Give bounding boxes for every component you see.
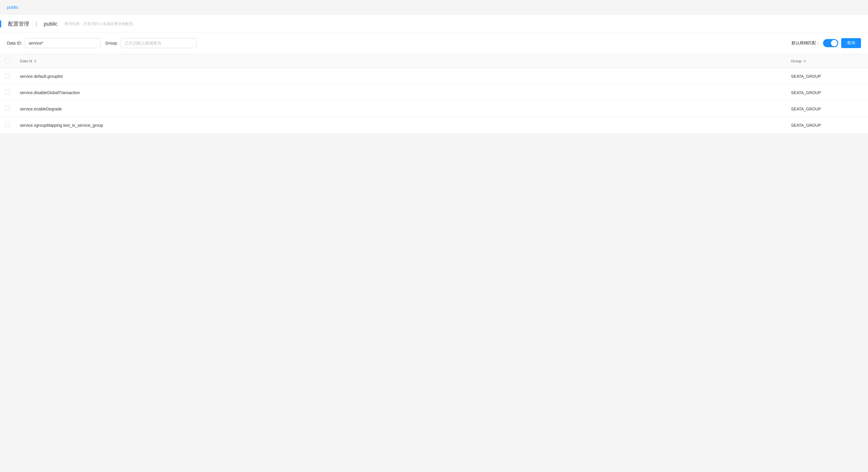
row-checkbox-cell xyxy=(0,117,15,133)
group-label: Group: xyxy=(105,41,118,45)
th-data-id: Data Id ⇅ xyxy=(15,54,786,68)
fuzzy-label: 默认模糊匹配： xyxy=(792,40,820,46)
row-data-id: service.default.grouplist xyxy=(15,68,786,85)
query-button[interactable]: 查询 xyxy=(841,38,861,48)
row-data-id: service.vgroupMapping.test_tx_service_gr… xyxy=(15,117,786,133)
row-checkbox-1[interactable] xyxy=(5,90,10,94)
th-group: Group ⇅ xyxy=(786,54,868,68)
th-data-id-label: Data Id xyxy=(20,59,32,63)
namespace-link[interactable]: public xyxy=(7,5,19,10)
page-title: 配置管理 xyxy=(8,21,29,27)
config-table: Data Id ⇅ Group ⇅ service.default.groupl… xyxy=(0,54,868,133)
row-checkbox-0[interactable] xyxy=(5,73,10,78)
table-header-row: Data Id ⇅ Group ⇅ xyxy=(0,54,868,68)
row-checkbox-cell xyxy=(0,85,15,101)
th-data-id-sort[interactable]: Data Id ⇅ xyxy=(20,59,782,63)
th-group-label: Group xyxy=(791,59,802,63)
query-result-text: 查询结果：共查询到 4 条满足要求的配置。 xyxy=(64,21,137,27)
toggle-switch[interactable] xyxy=(823,39,838,47)
header-divider: ｜ xyxy=(34,21,39,27)
table-row: service.disableGlobalTransactionSEATA_GR… xyxy=(0,85,868,101)
row-checkbox-2[interactable] xyxy=(5,106,10,111)
row-group: SEATA_GROUP xyxy=(786,85,868,101)
row-data-id: service.enableDegrade xyxy=(15,101,786,117)
group-input[interactable] xyxy=(121,38,196,48)
data-id-sort-icon: ⇅ xyxy=(34,59,37,63)
data-id-field: Data ID: xyxy=(7,38,101,48)
th-group-sort[interactable]: Group ⇅ xyxy=(791,59,863,63)
row-group: SEATA_GROUP xyxy=(786,101,868,117)
row-checkbox-cell xyxy=(0,68,15,85)
search-bar: Data ID: Group: 默认模糊匹配： 查询 xyxy=(0,32,868,54)
table-row: service.vgroupMapping.test_tx_service_gr… xyxy=(0,117,868,133)
breadcrumb-public: public xyxy=(44,21,58,27)
table-row: service.enableDegradeSEATA_GROUP xyxy=(0,101,868,117)
group-sort-icon: ⇅ xyxy=(803,59,806,63)
row-group: SEATA_GROUP xyxy=(786,68,868,85)
row-checkbox-3[interactable] xyxy=(5,122,10,127)
th-checkbox xyxy=(0,54,15,68)
table-row: service.default.grouplistSEATA_GROUP xyxy=(0,68,868,85)
header-checkbox[interactable] xyxy=(5,58,10,63)
group-field: Group: xyxy=(105,38,196,48)
data-id-label: Data ID: xyxy=(7,41,22,45)
fuzzy-toggle-section: 默认模糊匹配： 查询 xyxy=(792,38,861,48)
row-group: SEATA_GROUP xyxy=(786,117,868,133)
row-data-id: service.disableGlobalTransaction xyxy=(15,85,786,101)
top-bar: public xyxy=(0,0,868,14)
page-header: 配置管理 ｜ public 查询结果：共查询到 4 条满足要求的配置。 xyxy=(0,14,868,32)
table-container: Data Id ⇅ Group ⇅ service.default.groupl… xyxy=(0,54,868,133)
row-checkbox-cell xyxy=(0,101,15,117)
data-id-input[interactable] xyxy=(25,38,101,48)
toggle-slider xyxy=(823,39,838,47)
